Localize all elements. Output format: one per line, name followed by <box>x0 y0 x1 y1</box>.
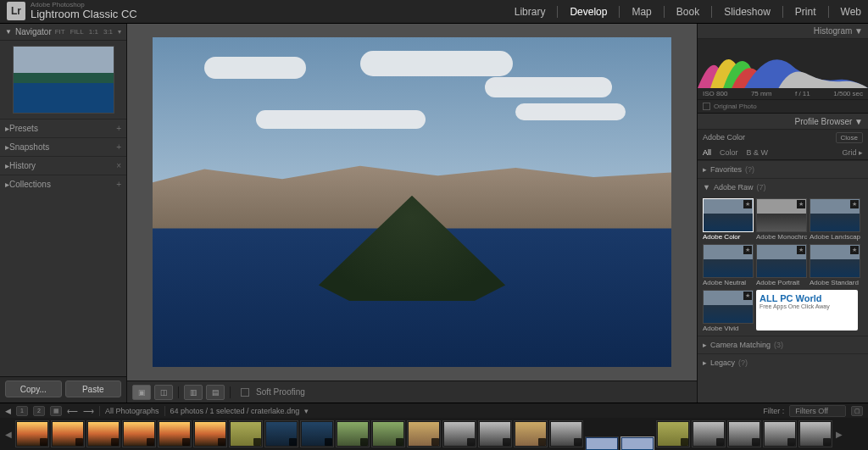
filmstrip: ◀ ▶ <box>0 418 868 450</box>
profile-adobe-standard[interactable]: ★Adobe Standard <box>810 244 860 287</box>
navigator-label: Navigator <box>15 27 52 36</box>
exif-info: ISO 800 75 mm f / 11 1/500 sec <box>698 88 868 99</box>
original-photo-checkbox[interactable] <box>703 103 710 110</box>
nav-prev-icon[interactable]: ◀ <box>5 407 11 415</box>
filmstrip-thumb[interactable] <box>549 420 583 447</box>
module-book[interactable]: Book <box>664 6 699 18</box>
zoom-1-1[interactable]: 1:1 <box>89 28 98 36</box>
breadcrumb[interactable]: All Photographs <box>105 407 159 415</box>
watermark: ALL PC World Free Apps One Click Away <box>756 290 858 331</box>
filmstrip-thumb[interactable] <box>442 420 476 447</box>
collections-section[interactable]: ▸Collections+ <box>0 175 126 193</box>
copy-button[interactable]: Copy... <box>5 381 62 397</box>
filmstrip-thumb[interactable] <box>193 420 227 447</box>
filmstrip-thumb[interactable] <box>727 420 761 447</box>
profile-browser-header[interactable]: Profile Browser ▼ <box>698 113 868 130</box>
filmstrip-thumb[interactable] <box>122 420 156 447</box>
center-panel: ▣ ◫ ▥ ▤ Soft Proofing <box>127 24 697 403</box>
zoom-3-1[interactable]: 3:1 <box>103 28 113 36</box>
histogram[interactable] <box>698 39 868 88</box>
filmstrip-thumb[interactable] <box>798 420 832 447</box>
profiles-grid: ★Adobe Color ★Adobe Monochrome ★Adobe La… <box>698 196 868 336</box>
disclosure-icon: ▼ <box>5 28 12 36</box>
compare-button-1[interactable]: ▥ <box>184 385 203 400</box>
zoom-dropdown-icon[interactable]: ▾ <box>118 28 121 36</box>
filmstrip-thumb[interactable] <box>15 420 49 447</box>
filmstrip-thumb[interactable] <box>407 420 441 447</box>
before-after-button[interactable]: ◫ <box>154 385 173 400</box>
module-library[interactable]: Library <box>515 6 546 18</box>
soft-proofing-checkbox[interactable] <box>241 388 249 397</box>
navigator-preview[interactable] <box>13 46 114 114</box>
close-button[interactable]: Close <box>836 132 863 143</box>
profile-adobe-vivid[interactable]: ★Adobe Vivid <box>703 290 754 333</box>
center-toolbar: ▣ ◫ ▥ ▤ Soft Proofing <box>127 381 697 403</box>
paste-button[interactable]: Paste <box>65 381 122 397</box>
filter-bw[interactable]: B & W <box>747 148 769 157</box>
adobe-raw-section[interactable]: ▼ Adobe Raw (7) <box>698 178 868 196</box>
filmstrip-thumb[interactable] <box>86 420 120 447</box>
second-window-button[interactable]: 2 <box>33 406 45 416</box>
filmstrip-thumb[interactable] <box>763 420 797 447</box>
legacy-section[interactable]: ▸ Legacy (?) <box>698 353 868 371</box>
filmstrip-thumb[interactable] <box>692 420 726 447</box>
filmstrip-thumb-selected[interactable] <box>620 436 654 450</box>
exif-focal: 75 mm <box>751 90 771 97</box>
module-slideshow[interactable]: Slideshow <box>711 6 771 18</box>
fwd-icon[interactable]: ⟶ <box>83 407 94 415</box>
filmstrip-thumb[interactable] <box>158 420 192 447</box>
filmstrip-thumb[interactable] <box>264 420 298 447</box>
presets-section[interactable]: ▸Presets+ <box>0 119 126 137</box>
filmstrip-thumb[interactable] <box>514 420 548 447</box>
module-web[interactable]: Web <box>828 6 861 18</box>
dropdown-icon[interactable]: ▾ <box>304 407 309 415</box>
filmstrip-thumb[interactable] <box>478 420 512 447</box>
profile-adobe-landscape[interactable]: ★Adobe Landscape <box>810 198 860 242</box>
brand-main: Lightroom Classic CC <box>31 8 137 20</box>
main-image[interactable] <box>153 37 671 367</box>
filter-color[interactable]: Color <box>720 148 738 157</box>
profile-adobe-color[interactable]: ★Adobe Color <box>703 198 754 242</box>
profile-adobe-monochrome[interactable]: ★Adobe Monochrome <box>756 198 807 242</box>
histogram-header[interactable]: Histogram ▼ <box>698 24 868 39</box>
filmstrip-thumb[interactable] <box>229 420 263 447</box>
brand-block: Lr Adobe Photoshop Lightroom Classic CC <box>7 2 137 20</box>
info-bar: ◀ 1 2 ▦ ⟵ ⟶ All Photographs 64 photos / … <box>0 403 868 418</box>
filmstrip-thumb[interactable] <box>656 420 690 447</box>
filmstrip-thumb[interactable] <box>371 420 405 447</box>
filmstrip-thumb[interactable] <box>51 420 85 447</box>
snapshots-section[interactable]: ▸Snapshots+ <box>0 137 126 156</box>
main-area: ▼ Navigator FIT FILL 1:1 3:1 ▾ ▸Presets+… <box>0 24 868 403</box>
zoom-fit[interactable]: FIT <box>55 28 65 36</box>
filmstrip-thumb[interactable] <box>585 436 619 450</box>
right-panel: Histogram ▼ ISO 800 75 mm f / 11 1/500 s… <box>697 24 868 403</box>
grid-icon[interactable]: ▦ <box>50 406 62 416</box>
filter-label: Filter : <box>763 407 784 415</box>
grid-option[interactable]: Grid ▸ <box>842 148 863 157</box>
filter-lock-icon[interactable]: ▢ <box>851 406 863 416</box>
filmstrip-thumb[interactable] <box>300 420 334 447</box>
filmstrip-thumb[interactable] <box>336 420 370 447</box>
filmstrip-next[interactable]: ▶ <box>834 420 844 447</box>
profile-adobe-portrait[interactable]: ★Adobe Portrait <box>756 244 807 287</box>
navigator-header[interactable]: ▼ Navigator FIT FILL 1:1 3:1 ▾ <box>0 24 126 41</box>
left-panel: ▼ Navigator FIT FILL 1:1 3:1 ▾ ▸Presets+… <box>0 24 127 403</box>
profile-adobe-neutral[interactable]: ★Adobe Neutral <box>703 244 754 287</box>
compare-button-2[interactable]: ▤ <box>206 385 225 400</box>
favorites-section[interactable]: ▸ Favorites (?) <box>698 160 868 178</box>
back-icon[interactable]: ⟵ <box>67 407 78 415</box>
main-window-button[interactable]: 1 <box>16 406 28 416</box>
zoom-fill[interactable]: FILL <box>70 28 84 36</box>
filmstrip-prev[interactable]: ◀ <box>3 420 14 447</box>
loupe-view-button[interactable]: ▣ <box>132 385 151 400</box>
camera-matching-section[interactable]: ▸ Camera Matching (3) <box>698 336 868 353</box>
filter-all[interactable]: All <box>703 148 711 157</box>
module-map[interactable]: Map <box>619 6 651 18</box>
original-photo-row[interactable]: Original Photo <box>698 99 868 113</box>
history-section[interactable]: ▸History× <box>0 156 126 175</box>
module-develop[interactable]: Develop <box>557 6 607 18</box>
module-print[interactable]: Print <box>782 6 816 18</box>
top-bar: Lr Adobe Photoshop Lightroom Classic CC … <box>0 0 868 24</box>
photo-stats: 64 photos / 1 selected / craterlake.dng <box>170 407 300 415</box>
filter-dropdown[interactable]: Filters Off <box>789 405 846 417</box>
